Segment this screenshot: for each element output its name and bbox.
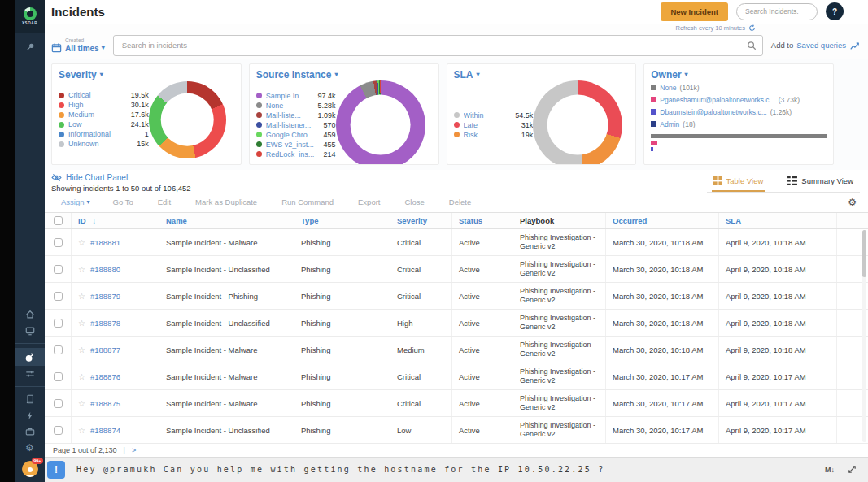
help-button[interactable]: ? bbox=[826, 2, 844, 20]
toolbar-action-button[interactable]: Mark as Duplicate bbox=[195, 198, 257, 206]
incident-row[interactable]: ☆#188877 Sample Incident - Malware Phish… bbox=[45, 337, 868, 363]
owner-chart-title[interactable]: Owner▾ bbox=[651, 69, 827, 80]
incident-id-link[interactable]: #188879 bbox=[90, 292, 120, 301]
column-header-type[interactable]: Type bbox=[294, 213, 390, 228]
legend-item[interactable]: Medium 17.6k bbox=[59, 111, 149, 119]
incident-row[interactable]: ☆#188879 Sample Incident - Phishing Phis… bbox=[45, 283, 868, 310]
legend-item[interactable]: High 30.1k bbox=[59, 101, 149, 109]
sidebar-item-playbooks[interactable] bbox=[15, 391, 45, 407]
legend-item[interactable]: Late 31k bbox=[454, 121, 534, 129]
owner-bar[interactable] bbox=[651, 134, 827, 138]
star-icon[interactable]: ☆ bbox=[78, 238, 85, 247]
sidebar-item-dashboards[interactable] bbox=[15, 323, 45, 339]
legend-item[interactable]: Mail-liste... 1.09k bbox=[256, 111, 336, 119]
row-checkbox[interactable] bbox=[54, 426, 63, 435]
source-instance-donut-chart[interactable] bbox=[336, 80, 425, 165]
column-header-name[interactable]: Name bbox=[159, 213, 294, 228]
owner-bar[interactable] bbox=[651, 141, 657, 145]
sidebar-item-threat-intel[interactable] bbox=[15, 366, 45, 382]
sla-donut-chart[interactable] bbox=[533, 80, 622, 165]
incident-id-link[interactable]: #188877 bbox=[90, 345, 120, 354]
incident-row[interactable]: ☆#188880 Sample Incident - Unclassified … bbox=[45, 256, 868, 283]
markdown-icon[interactable]: M↓ bbox=[825, 466, 835, 474]
assign-button[interactable]: Assign▾ bbox=[61, 198, 90, 206]
column-header-severity[interactable]: Severity bbox=[390, 213, 452, 228]
sla-chart-title[interactable]: SLA▾ bbox=[454, 69, 630, 80]
legend-item[interactable]: None (101k) bbox=[651, 84, 818, 92]
column-header-occurred[interactable]: Occurred bbox=[606, 213, 719, 228]
legend-item[interactable]: Low 24.1k bbox=[59, 120, 149, 128]
sidebar-item-jobs[interactable] bbox=[15, 423, 45, 440]
incident-id-link[interactable]: #188876 bbox=[90, 372, 120, 381]
incident-id-link[interactable]: #188874 bbox=[90, 426, 120, 435]
legend-item[interactable]: Mail-listener... 570 bbox=[256, 121, 336, 129]
refresh-note[interactable]: Refresh every 10 minutes bbox=[676, 24, 756, 32]
tab-table-view[interactable]: Table View bbox=[712, 173, 765, 192]
toolbar-action-button[interactable]: Run Command bbox=[281, 198, 334, 206]
row-checkbox[interactable] bbox=[54, 399, 63, 408]
created-time-filter[interactable]: Created All times▾ bbox=[51, 37, 105, 52]
star-icon[interactable]: ☆ bbox=[78, 399, 85, 408]
incident-search-input[interactable] bbox=[113, 35, 763, 56]
star-icon[interactable]: ☆ bbox=[78, 292, 85, 301]
incident-id-link[interactable]: #188878 bbox=[90, 319, 120, 328]
column-header-id[interactable]: ID↓ bbox=[72, 213, 159, 228]
legend-item[interactable]: RedLock_ins... 214 bbox=[256, 150, 336, 158]
column-header-status[interactable]: Status bbox=[452, 213, 513, 228]
chat-action-button[interactable]: ! bbox=[47, 461, 65, 479]
row-checkbox[interactable] bbox=[54, 372, 63, 381]
legend-item[interactable]: Within 54.5k bbox=[454, 111, 534, 119]
owner-bar-chart[interactable] bbox=[651, 134, 827, 151]
toolbar-action-button[interactable]: Close bbox=[404, 198, 424, 206]
owner-bar[interactable] bbox=[651, 147, 653, 151]
legend-item[interactable]: Risk 19k bbox=[454, 131, 534, 139]
user-avatar[interactable]: 99+ bbox=[22, 461, 38, 477]
column-header-sla[interactable]: SLA bbox=[719, 213, 837, 228]
toolbar-action-button[interactable]: Go To bbox=[113, 198, 133, 206]
column-header-playbook[interactable]: Playbook bbox=[513, 213, 606, 228]
row-checkbox[interactable] bbox=[54, 292, 63, 301]
add-to-saved-queries[interactable]: Add to Saved queries bbox=[771, 41, 860, 50]
table-settings-gear-icon[interactable]: ⚙ bbox=[848, 197, 857, 208]
legend-item[interactable]: Google Chro... 459 bbox=[256, 131, 336, 139]
source-instance-chart-title[interactable]: Source Instance▾ bbox=[256, 69, 432, 80]
select-all-checkbox[interactable] bbox=[54, 216, 63, 225]
legend-item[interactable]: Critical 19.5k bbox=[59, 91, 149, 99]
toolbar-action-button[interactable]: Edit bbox=[158, 198, 171, 206]
xsoar-logo[interactable]: XSOAR bbox=[15, 0, 45, 33]
scrollbar-thumb[interactable] bbox=[862, 230, 866, 277]
pin-sidebar-button[interactable] bbox=[15, 39, 45, 55]
next-page-button[interactable]: > bbox=[132, 446, 136, 454]
tab-summary-view[interactable]: Summary View bbox=[786, 173, 855, 192]
legend-item[interactable]: None 5.28k bbox=[256, 102, 336, 110]
hide-chart-panel-link[interactable]: Hide Chart Panel bbox=[51, 173, 191, 182]
severity-chart-title[interactable]: Severity▾ bbox=[59, 69, 234, 80]
sidebar-item-incidents[interactable] bbox=[15, 348, 45, 366]
global-search-input[interactable] bbox=[736, 3, 818, 20]
row-checkbox[interactable] bbox=[54, 345, 63, 354]
incident-row[interactable]: ☆#188875 Sample Incident - Malware Phish… bbox=[45, 390, 868, 417]
chat-input[interactable]: Hey @pramukh Can you help me with gettin… bbox=[76, 465, 813, 474]
incident-id-link[interactable]: #188881 bbox=[90, 238, 120, 247]
incident-row[interactable]: ☆#188876 Sample Incident - Malware Phish… bbox=[45, 363, 868, 390]
star-icon[interactable]: ☆ bbox=[78, 345, 85, 354]
legend-item[interactable]: EWS v2_inst... 455 bbox=[256, 141, 336, 149]
legend-item[interactable]: Admin (18) bbox=[651, 120, 695, 128]
expand-icon[interactable] bbox=[848, 465, 857, 474]
star-icon[interactable]: ☆ bbox=[78, 372, 85, 381]
incident-row[interactable]: ☆#188881 Sample Incident - Malware Phish… bbox=[45, 229, 868, 256]
sidebar-item-automation[interactable] bbox=[15, 407, 45, 423]
star-icon[interactable]: ☆ bbox=[78, 319, 85, 328]
toolbar-action-button[interactable]: Delete bbox=[449, 198, 471, 206]
incident-id-link[interactable]: #188875 bbox=[90, 399, 120, 408]
severity-donut-chart[interactable] bbox=[149, 81, 226, 158]
legend-item[interactable]: Sample In... 97.4k bbox=[256, 92, 336, 100]
table-scrollbar[interactable] bbox=[862, 230, 866, 442]
row-checkbox[interactable] bbox=[54, 238, 63, 247]
legend-item[interactable]: Unknown 15k bbox=[59, 140, 149, 148]
star-icon[interactable]: ☆ bbox=[78, 426, 85, 435]
row-checkbox[interactable] bbox=[54, 265, 63, 274]
sidebar-item-home[interactable] bbox=[15, 306, 45, 323]
legend-item[interactable]: Informational 1 bbox=[59, 130, 149, 138]
incident-row[interactable]: ☆#188878 Sample Incident - Unclassified … bbox=[45, 310, 868, 337]
